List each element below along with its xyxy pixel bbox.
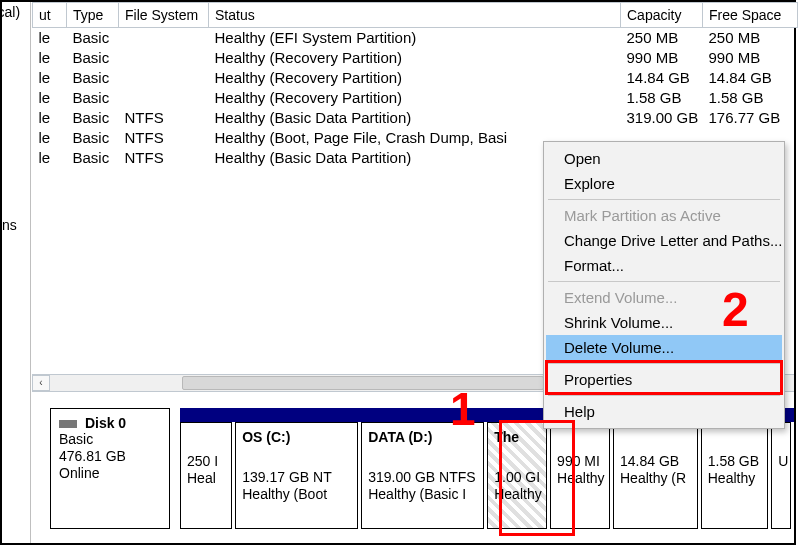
cell-cap: 250 MB	[621, 28, 703, 48]
partition-block[interactable]: 14.84 GBHealthy (R	[613, 422, 698, 529]
disk-icon	[59, 420, 77, 428]
table-row[interactable]: leBasicNTFSHealthy (Basic Data Partition…	[33, 108, 798, 128]
cell-ut: le	[33, 148, 67, 168]
cell-status: Healthy (Recovery Partition)	[209, 68, 621, 88]
partition-status: Healthy (R	[620, 470, 691, 487]
nav-item-local[interactable]: Local)	[2, 2, 20, 22]
cell-ut: le	[33, 68, 67, 88]
cell-fs	[119, 48, 209, 68]
scroll-left-button[interactable]: ‹	[32, 375, 50, 391]
nav-item-fragment[interactable]: ns	[2, 217, 17, 233]
col-capacity[interactable]: Capacity	[621, 3, 703, 28]
menu-open[interactable]: Open	[546, 146, 782, 171]
cell-cap: 14.84 GB	[621, 68, 703, 88]
menu-mark-active: Mark Partition as Active	[546, 203, 782, 228]
cell-type: Basic	[67, 108, 119, 128]
cell-ut: le	[33, 28, 67, 48]
cell-free: 176.77 GB	[703, 108, 798, 128]
disk-size: 476.81 GB	[59, 448, 161, 465]
partition-row: 250 IHealOS (C:)139.17 GB NTHealthy (Boo…	[180, 422, 794, 529]
partition-block[interactable]: 250 IHeal	[180, 422, 232, 529]
partition-block[interactable]: 990 MIHealthy	[550, 422, 610, 529]
cell-type: Basic	[67, 28, 119, 48]
cell-fs: NTFS	[119, 148, 209, 168]
cell-free: 1.58 GB	[703, 88, 798, 108]
menu-format[interactable]: Format...	[546, 253, 782, 278]
table-row[interactable]: leBasicHealthy (Recovery Partition)990 M…	[33, 48, 798, 68]
cell-fs: NTFS	[119, 108, 209, 128]
col-freespace[interactable]: Free Space	[703, 3, 798, 28]
partition-name	[620, 429, 691, 453]
navigation-pane[interactable]: Local) ns	[2, 2, 31, 543]
table-row[interactable]: leBasicHealthy (Recovery Partition)1.58 …	[33, 88, 798, 108]
cell-ut: le	[33, 128, 67, 148]
disk-state: Online	[59, 465, 161, 482]
cell-type: Basic	[67, 68, 119, 88]
partition-block[interactable]: DATA (D:)319.00 GB NTFSHealthy (Basic I	[361, 422, 484, 529]
partition-size: 319.00 GB NTFS	[368, 469, 477, 486]
partition-block[interactable]: 1.58 GBHealthy	[701, 422, 769, 529]
col-layout[interactable]: ut	[33, 3, 67, 28]
cell-cap: 990 MB	[621, 48, 703, 68]
menu-separator	[548, 363, 780, 364]
cell-type: Basic	[67, 128, 119, 148]
cell-status: Healthy (EFI System Partition)	[209, 28, 621, 48]
partition-block[interactable]: The1.00 GIHealthy	[487, 422, 547, 529]
cell-free: 990 MB	[703, 48, 798, 68]
partition-name: The	[494, 429, 540, 469]
cell-fs: NTFS	[119, 128, 209, 148]
cell-fs	[119, 88, 209, 108]
menu-change-letter[interactable]: Change Drive Letter and Paths...	[546, 228, 782, 253]
cell-ut: le	[33, 108, 67, 128]
table-header-row[interactable]: ut Type File System Status Capacity Free…	[33, 3, 798, 28]
partition-name	[557, 429, 603, 453]
volume-context-menu[interactable]: Open Explore Mark Partition as Active Ch…	[543, 141, 785, 429]
partition-size: 990 MI	[557, 453, 603, 470]
disk-header-box[interactable]: Disk 0 Basic 476.81 GB Online	[50, 408, 170, 529]
partition-size: 1.58 GB	[708, 453, 762, 470]
cell-fs	[119, 68, 209, 88]
menu-extend: Extend Volume...	[546, 285, 782, 310]
col-filesystem[interactable]: File System	[119, 3, 209, 28]
partition-size: 1.00 GI	[494, 469, 540, 486]
menu-separator	[548, 395, 780, 396]
cell-type: Basic	[67, 48, 119, 68]
cell-status: Healthy (Recovery Partition)	[209, 88, 621, 108]
cell-cap: 1.58 GB	[621, 88, 703, 108]
partition-size: 14.84 GB	[620, 453, 691, 470]
partition-status: Healthy	[494, 486, 540, 503]
cell-free: 14.84 GB	[703, 68, 798, 88]
disk-type: Basic	[59, 431, 161, 448]
cell-free: 250 MB	[703, 28, 798, 48]
cell-status: Healthy (Recovery Partition)	[209, 48, 621, 68]
partition-block[interactable]: OS (C:)139.17 GB NTHealthy (Boot	[235, 422, 358, 529]
col-type[interactable]: Type	[67, 3, 119, 28]
menu-help[interactable]: Help	[546, 399, 782, 424]
cell-type: Basic	[67, 148, 119, 168]
menu-properties[interactable]: Properties	[546, 367, 782, 392]
partition-name: DATA (D:)	[368, 429, 477, 469]
partition-status: Healthy (Boot	[242, 486, 351, 503]
partition-name	[708, 429, 762, 453]
partition-name	[187, 429, 225, 453]
table-row[interactable]: leBasicHealthy (Recovery Partition)14.84…	[33, 68, 798, 88]
cell-status: Healthy (Basic Data Partition)	[209, 108, 621, 128]
scroll-thumb[interactable]	[182, 376, 544, 390]
menu-delete[interactable]: Delete Volume...	[546, 335, 782, 360]
partition-size: 139.17 GB NT	[242, 469, 351, 486]
menu-explore[interactable]: Explore	[546, 171, 782, 196]
menu-separator	[548, 281, 780, 282]
partition-status: Heal	[187, 470, 225, 487]
partition-block[interactable]: U	[771, 422, 791, 529]
partition-status: Healthy	[708, 470, 762, 487]
cell-fs	[119, 28, 209, 48]
col-status[interactable]: Status	[209, 3, 621, 28]
menu-shrink[interactable]: Shrink Volume...	[546, 310, 782, 335]
partition-status: Healthy (Basic I	[368, 486, 477, 503]
cell-ut: le	[33, 48, 67, 68]
cell-cap: 319.00 GB	[621, 108, 703, 128]
disk-title: Disk 0	[85, 415, 126, 431]
table-row[interactable]: leBasicHealthy (EFI System Partition)250…	[33, 28, 798, 48]
cell-type: Basic	[67, 88, 119, 108]
menu-separator	[548, 199, 780, 200]
